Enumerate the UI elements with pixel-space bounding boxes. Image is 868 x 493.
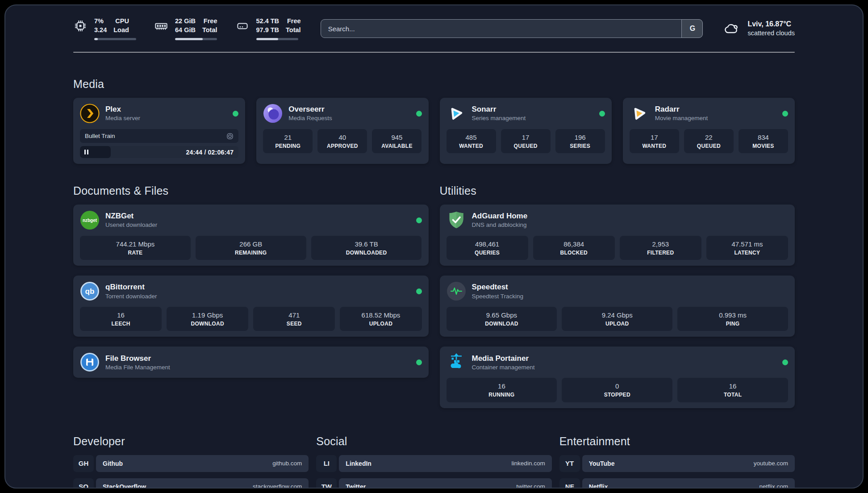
stat-remaining: 266 GBREMAINING	[196, 236, 306, 260]
bookmark-url: linkedin.com	[512, 460, 545, 467]
stat-label: DOWNLOAD	[169, 320, 246, 328]
bookmark-abbr: GH	[73, 455, 94, 472]
stat-label: UPLOAD	[564, 320, 670, 328]
header-divider	[73, 52, 795, 53]
bookmark-github[interactable]: GH Githubgithub.com	[73, 455, 309, 472]
service-description: Usenet downloader	[105, 221, 157, 229]
memory-total: 64 GiB	[175, 26, 196, 35]
header-bar: 7% 3.24 CPU Load	[73, 17, 795, 40]
service-name: Overseerr	[288, 104, 332, 114]
disk-total: 97.9 TB	[256, 26, 280, 35]
stat-stopped: 0STOPPED	[562, 378, 672, 402]
bookmark-youtube[interactable]: YT YouTubeyoutube.com	[559, 455, 795, 472]
stat-value: 1.19 Gbps	[169, 310, 246, 320]
stat-value: 9.65 Gbps	[449, 310, 555, 320]
status-dot	[416, 359, 422, 365]
session-icon	[226, 133, 234, 140]
bookmark-netflix[interactable]: NF Netflixnetflix.com	[559, 478, 795, 489]
plex-link[interactable]: Plex Media server	[80, 104, 238, 123]
playback-time: 24:44 / 02:06:47	[186, 146, 234, 158]
card-speedtest: Speedtest Speedtest Tracking 9.65 GbpsDO…	[440, 276, 795, 337]
cloud-icon	[722, 21, 741, 37]
qbittorrent-link[interactable]: qb qBittorrent Torrent downloader	[80, 281, 422, 301]
service-description: Media File Management	[105, 363, 170, 372]
stat-upload: 618.52 MbpsUPLOAD	[340, 307, 421, 331]
search-engine-button[interactable]: G	[681, 19, 703, 38]
status-dot	[416, 111, 422, 117]
service-name: Plex	[105, 104, 140, 114]
stat-latency: 47.571 msLATENCY	[706, 236, 788, 260]
overseerr-link[interactable]: Overseerr Media Requests	[263, 104, 421, 123]
stat-upload: 9.24 GbpsUPLOAD	[562, 307, 672, 331]
stat-value: 471	[256, 310, 332, 320]
stat-value: 16	[83, 310, 159, 320]
stat-label: BLOCKED	[536, 249, 612, 257]
status-dot	[782, 359, 788, 365]
adguard-link[interactable]: AdGuard Home DNS and adblocking	[447, 210, 789, 230]
section-title-developer: Developer	[73, 435, 309, 448]
stat-approved: 40APPROVED	[317, 129, 367, 153]
search-input[interactable]	[321, 19, 703, 38]
service-description: Media Requests	[288, 114, 332, 122]
portainer-link[interactable]: Media Portainer Container management	[447, 352, 789, 372]
weather-location-temp: Lviv, 16.87°C	[747, 19, 795, 29]
status-dot	[416, 288, 422, 294]
stat-label: TOTAL	[680, 391, 785, 399]
service-description: DNS and adblocking	[472, 221, 528, 229]
stat-label: WANTED	[632, 142, 676, 150]
status-dot	[782, 111, 788, 117]
now-playing-row: Bullet Train	[80, 129, 238, 143]
service-name: Sonarr	[472, 104, 526, 114]
sonarr-link[interactable]: Sonarr Series management	[447, 104, 605, 123]
section-title-documents: Documents & Files	[73, 184, 429, 197]
service-description: Series management	[472, 114, 526, 122]
section-documents-files: Documents & Files nzbget NZBGet U	[73, 184, 429, 378]
stat-value: 0	[564, 381, 670, 391]
sonarr-icon	[447, 104, 466, 123]
bookmark-name: Twitter	[346, 483, 366, 489]
pause-icon[interactable]	[84, 146, 88, 158]
card-plex: Plex Media server Bullet Train	[73, 98, 245, 164]
section-utilities: Utilities AdGuard Home	[440, 184, 795, 408]
stat-label: UPLOAD	[342, 320, 419, 328]
card-overseerr: Overseerr Media Requests 21PENDING 40APP…	[256, 98, 428, 164]
stat-filtered: 2,953FILTERED	[620, 236, 701, 260]
now-playing-title: Bullet Train	[85, 133, 115, 139]
total-label: Total	[202, 26, 217, 35]
stat-label: DOWNLOADED	[314, 249, 419, 257]
stat-label: QUEUED	[687, 142, 731, 150]
speedtest-link[interactable]: Speedtest Speedtest Tracking	[447, 281, 789, 301]
weather-condition: scattered clouds	[747, 29, 795, 38]
speedtest-icon	[447, 281, 466, 301]
stat-label: STOPPED	[564, 391, 670, 399]
service-description: Container management	[472, 363, 535, 372]
stat-wanted: 485WANTED	[447, 129, 496, 153]
filebrowser-icon	[80, 352, 100, 372]
service-name: qBittorrent	[105, 282, 157, 292]
stat-value: 16	[449, 381, 555, 391]
stat-value: 498,461	[449, 239, 526, 249]
card-filebrowser: File Browser Media File Management	[73, 347, 429, 378]
bookmark-twitter[interactable]: TW Twittertwitter.com	[316, 478, 551, 489]
stat-label: RATE	[83, 249, 188, 257]
bookmark-group-developer: Developer GH Githubgithub.com SO StackOv…	[73, 435, 309, 489]
cpu-values: 7% 3.24	[94, 17, 107, 34]
stat-download: 1.19 GbpsDOWNLOAD	[167, 307, 248, 331]
memory-free: 22 GiB	[175, 17, 196, 26]
filebrowser-link[interactable]: File Browser Media File Management	[80, 352, 422, 372]
stat-value: 2,953	[622, 239, 699, 249]
card-adguard: AdGuard Home DNS and adblocking 498,461Q…	[440, 205, 795, 266]
disk-free: 52.4 TB	[256, 17, 280, 26]
service-name: Speedtest	[472, 282, 524, 292]
nzbget-link[interactable]: nzbget NZBGet Usenet downloader	[80, 210, 422, 230]
radarr-link[interactable]: Radarr Movie management	[630, 104, 788, 123]
bookmark-linkedin[interactable]: LI LinkedInlinkedin.com	[316, 455, 551, 472]
bookmark-abbr: TW	[316, 478, 337, 489]
bookmark-stackoverflow[interactable]: SO StackOverflowstackoverflow.com	[73, 478, 309, 489]
section-media: Media Plex Media server	[73, 78, 795, 164]
service-name: Radarr	[655, 104, 708, 114]
stat-value: 21	[266, 133, 310, 142]
bookmark-url: netflix.com	[759, 483, 788, 489]
stat-label: LEECH	[83, 320, 159, 328]
free-label: Free	[286, 17, 301, 26]
